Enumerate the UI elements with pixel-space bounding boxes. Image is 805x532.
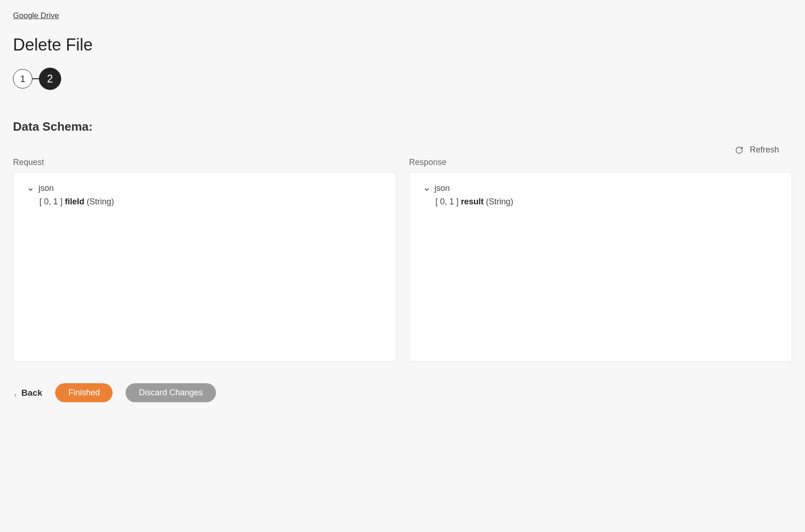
request-root-label: json [38, 184, 54, 193]
chevron-down-icon [424, 185, 430, 192]
step-2[interactable]: 2 [39, 68, 61, 90]
refresh-icon [735, 146, 743, 154]
chevron-left-icon [13, 390, 18, 396]
request-field-cardinality: [ 0, 1 ] [39, 197, 63, 206]
section-heading: Data Schema: [13, 120, 792, 134]
finished-button[interactable]: Finished [55, 383, 113, 402]
discard-button[interactable]: Discard Changes [126, 383, 216, 402]
request-label: Request [13, 158, 396, 167]
step-connector [32, 78, 39, 79]
refresh-button[interactable]: Refresh [13, 145, 792, 155]
refresh-label: Refresh [750, 145, 779, 155]
request-panel: json [ 0, 1 ] fileId (String) [13, 172, 396, 362]
step-1[interactable]: 1 [13, 69, 32, 89]
response-label: Response [409, 158, 792, 167]
breadcrumb-link[interactable]: Google Drive [13, 11, 59, 20]
response-field-name: result [461, 197, 484, 206]
back-button[interactable]: Back [13, 388, 42, 398]
response-field-row[interactable]: [ 0, 1 ] result (String) [436, 197, 778, 207]
request-field-type: (String) [87, 197, 114, 206]
page-title: Delete File [13, 35, 792, 55]
response-field-type: (String) [486, 197, 513, 206]
response-field-cardinality: [ 0, 1 ] [436, 197, 459, 206]
back-label: Back [21, 388, 42, 398]
request-field-row[interactable]: [ 0, 1 ] fileId (String) [39, 197, 382, 207]
response-root-node[interactable]: json [424, 184, 778, 193]
request-root-node[interactable]: json [27, 184, 382, 193]
response-panel: json [ 0, 1 ] result (String) [409, 172, 792, 362]
request-field-name: fileId [65, 197, 84, 206]
chevron-down-icon [27, 185, 34, 192]
response-root-label: json [435, 184, 450, 193]
stepper: 1 2 [13, 68, 792, 90]
